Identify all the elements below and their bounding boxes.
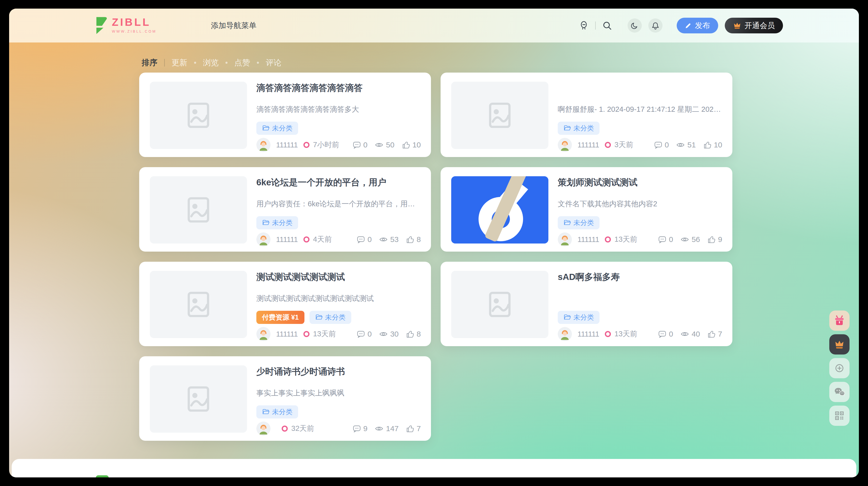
image-placeholder-icon (183, 100, 214, 131)
avatar[interactable] (256, 422, 271, 436)
post-meta: 111111 7小时前 0 (256, 138, 421, 152)
post-thumbnail[interactable] (451, 271, 548, 338)
category-badge[interactable]: 未分类 (558, 216, 599, 229)
site-header: ZIBLL WWW.ZIBLL.COM 添加导航菜单 (9, 9, 859, 42)
post-card[interactable]: 少时诵诗书少时诵诗书 事实上事实上事实上飒飒飒 未分类 (139, 356, 431, 441)
author-name[interactable]: 111111 (578, 330, 599, 338)
eye-icon (379, 329, 388, 338)
page: ZIBLL WWW.ZIBLL.COM 添加导航菜单 (9, 9, 859, 477)
post-card[interactable]: 滴答滴答滴答滴答滴答滴答 滴答滴答滴答滴答滴答滴答多大 未分类 (139, 72, 431, 157)
comment-icon (654, 140, 662, 149)
sort-option-1[interactable]: 更新 (172, 57, 187, 68)
category-badge[interactable]: 未分类 (558, 122, 599, 135)
post-card[interactable]: 测试测试测试测试测试 测试测试测试测试测试测试测试测试 付费资源 ¥1 未分类 (139, 262, 431, 346)
publish-button[interactable]: 发布 (677, 18, 718, 33)
post-card[interactable]: sAD啊多福多寿 未分类 (441, 262, 732, 346)
avatar[interactable] (256, 327, 271, 341)
post-thumbnail[interactable] (150, 365, 247, 433)
post-card[interactable]: 策划师测试测试测试 文件名下载其他内容其他内容2 未分类 (441, 167, 732, 252)
balloon-icon[interactable] (579, 21, 589, 30)
post-title[interactable]: 6ke论坛是一个开放的平台，用户 (256, 177, 421, 188)
add-button[interactable] (829, 358, 849, 378)
sort-label: 排序 (142, 57, 157, 68)
views-count: 56 (692, 235, 700, 244)
post-card[interactable]: 啊舒服舒服- 1. 2024-09-17 21:47:12 星期二 2024-…… (441, 72, 732, 157)
qrcode-button[interactable] (829, 406, 849, 426)
site-logo[interactable]: ZIBLL WWW.ZIBLL.COM (96, 17, 156, 34)
author-name[interactable]: 111111 (578, 235, 599, 244)
category-badge[interactable]: 未分类 (256, 406, 298, 419)
thumbs-up-icon (406, 424, 414, 433)
dark-mode-toggle[interactable] (628, 19, 642, 33)
category-badge[interactable]: 未分类 (256, 122, 298, 135)
category-badge[interactable]: 未分类 (309, 311, 351, 324)
vip-float-button[interactable] (829, 334, 849, 355)
post-title[interactable]: 测试测试测试测试测试 (256, 271, 421, 283)
avatar[interactable] (558, 138, 572, 152)
post-card[interactable]: 6ke论坛是一个开放的平台，用户 用户内容责任：6ke论坛是一个开放的平台，用户… (139, 167, 431, 252)
post-card-body: 策划师测试测试测试 文件名下载其他内容其他内容2 未分类 (558, 167, 722, 252)
author-name[interactable]: 111111 (276, 235, 298, 244)
likes-stat[interactable]: 7 (406, 424, 421, 433)
notifications-button[interactable] (648, 19, 662, 33)
eye-icon (680, 235, 689, 244)
sort-option-2[interactable]: 浏览 (203, 57, 219, 68)
author-name[interactable]: 111111 (276, 330, 298, 338)
post-title[interactable]: 滴答滴答滴答滴答滴答滴答 (256, 82, 421, 93)
search-icon[interactable] (602, 21, 612, 30)
likes-stat[interactable]: 7 (707, 330, 722, 338)
comments-stat: 0 (352, 140, 368, 149)
views-stat: 53 (379, 235, 399, 244)
paid-resource-badge[interactable]: 付费资源 ¥1 (256, 311, 304, 324)
wechat-button[interactable] (829, 382, 849, 402)
avatar-person-icon (256, 327, 271, 341)
views-count: 53 (390, 235, 399, 244)
category-badge[interactable]: 未分类 (256, 216, 298, 229)
post-excerpt: 文件名下载其他内容其他内容2 (558, 199, 722, 208)
post-time: 3天前 (614, 140, 633, 150)
likes-count: 7 (416, 424, 421, 433)
post-thumbnail[interactable] (451, 176, 548, 244)
logo-text: ZIBLL WWW.ZIBLL.COM (112, 17, 156, 34)
sort-option-4[interactable]: 评论 (266, 57, 281, 68)
open-vip-button[interactable]: 开通会员 (725, 18, 783, 33)
status-dot (303, 331, 309, 337)
post-thumbnail[interactable] (150, 176, 247, 244)
post-stats: 0 50 10 (352, 140, 421, 150)
post-title[interactable]: sAD啊多福多寿 (558, 271, 722, 283)
comment-icon (356, 330, 365, 338)
moon-icon (631, 22, 639, 30)
author-name[interactable]: 111111 (276, 141, 298, 149)
qrcode-icon (834, 411, 845, 421)
post-excerpt: 测试测试测试测试测试测试测试测试 (256, 294, 421, 303)
comments-stat: 0 (658, 330, 673, 338)
post-excerpt: 啊舒服舒服- 1. 2024-09-17 21:47:12 星期二 2024-… (558, 104, 722, 114)
post-thumbnail[interactable] (451, 82, 548, 149)
post-title[interactable]: 策划师测试测试测试 (558, 177, 722, 188)
post-title[interactable] (558, 82, 722, 93)
post-thumbnail[interactable] (150, 82, 247, 149)
gift-button[interactable] (829, 311, 849, 331)
post-stats: 0 56 9 (658, 235, 722, 244)
views-count: 30 (390, 330, 399, 338)
likes-stat[interactable]: 10 (703, 140, 722, 149)
avatar[interactable] (256, 138, 271, 152)
post-title[interactable]: 少时诵诗书少时诵诗书 (256, 366, 421, 377)
sort-separator-dot (194, 62, 196, 64)
likes-stat[interactable]: 10 (402, 140, 421, 149)
avatar[interactable] (558, 232, 572, 247)
views-stat: 51 (676, 140, 696, 150)
category-badge[interactable]: 未分类 (558, 311, 599, 324)
views-count: 147 (386, 424, 399, 433)
sort-option-3[interactable]: 点赞 (234, 57, 250, 68)
post-thumbnail[interactable] (150, 271, 247, 338)
post-time: 7小时前 (313, 140, 339, 150)
author-name[interactable]: 111111 (578, 141, 599, 149)
likes-stat[interactable]: 8 (406, 330, 421, 338)
likes-stat[interactable]: 8 (406, 235, 421, 244)
post-meta: 32天前 9 (256, 422, 421, 436)
likes-stat[interactable]: 9 (707, 235, 722, 244)
avatar[interactable] (256, 232, 271, 247)
avatar[interactable] (558, 327, 572, 341)
nav-item-add-menu[interactable]: 添加导航菜单 (211, 21, 256, 30)
